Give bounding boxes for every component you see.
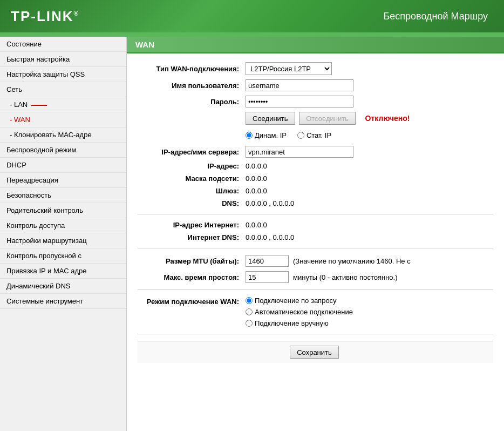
dns-label: DNS: — [138, 199, 246, 207]
sidebar-item-mac-clone[interactable]: - Клонировать МАС-адре — [0, 127, 126, 143]
internet-dns-value: 0.0.0.0 , 0.0.0.0 — [246, 233, 294, 241]
wan-mode-option1-label[interactable]: Подключение по запросу — [246, 297, 353, 305]
wan-mode-option3-text: Подключение вручную — [255, 319, 329, 327]
server-ip-input[interactable] — [246, 146, 353, 158]
sidebar-item-routing[interactable]: Настройки маршрутизац — [0, 233, 126, 248]
internet-dns-row: Интернет DNS: 0.0.0.0 , 0.0.0.0 — [138, 233, 493, 241]
sidebar-item-ip-mac[interactable]: Привязка IP и МАС адре — [0, 264, 126, 279]
disconnect-button[interactable]: Отсоединить — [299, 112, 356, 125]
username-label: Имя пользователя: — [138, 82, 246, 90]
wan-mode-radio-1[interactable] — [246, 297, 253, 304]
sidebar-item-security[interactable]: Безопасность — [0, 188, 126, 203]
wan-mode-option2-label[interactable]: Автоматическое подключение — [246, 308, 353, 316]
mtu-input[interactable] — [246, 255, 289, 267]
idle-label: Макс. время простоя: — [138, 273, 246, 281]
sidebar-item-dyndns[interactable]: Динамический DNS — [0, 279, 126, 294]
wan-form: Тип WAN-подключения: L2TP/Россия L2TP Им… — [127, 53, 504, 372]
wan-type-label: Тип WAN-подключения: — [138, 65, 246, 73]
wan-mode-label: Режим подключение WAN: — [138, 297, 246, 306]
connect-buttons: Соединить Отсоединить Отключено! — [246, 112, 410, 125]
username-input[interactable] — [246, 79, 353, 91]
internet-ip-value: 0.0.0.0 — [246, 221, 267, 229]
save-bar: Сохранить — [138, 341, 493, 363]
idle-hint: минуты (0 - активно постоянно.) — [293, 273, 397, 281]
sidebar-item-access[interactable]: Контроль доступа — [0, 218, 126, 233]
sidebar-item-bandwidth[interactable]: Контроль пропускной с — [0, 248, 126, 264]
wan-mode-radio-2[interactable] — [246, 308, 253, 315]
gateway-row: Шлюз: 0.0.0.0 — [138, 187, 493, 195]
username-row: Имя пользователя: — [138, 79, 493, 91]
connect-buttons-row: Соединить Отсоединить Отключено! — [138, 112, 493, 125]
sidebar-item-system[interactable]: Системные инструмент — [0, 294, 126, 309]
ip-address-value: 0.0.0.0 — [246, 162, 267, 170]
logo: TP-LINK® — [11, 8, 79, 25]
gateway-label: Шлюз: — [138, 187, 246, 195]
header: TP-LINK® Беспроводной Маршру — [0, 0, 504, 32]
static-ip-radio-label[interactable]: Стат. IP — [297, 131, 331, 139]
gateway-value: 0.0.0.0 — [246, 187, 267, 195]
dynamic-ip-text: Динам. IP — [255, 131, 287, 139]
wan-type-row: Тип WAN-подключения: L2TP/Россия L2TP — [138, 62, 493, 75]
username-value — [246, 79, 353, 91]
internet-ip-row: IP-адрес Интернет: 0.0.0.0 — [138, 221, 493, 229]
wan-mode-options: Подключение по запросу Автоматическое по… — [246, 297, 353, 327]
dynamic-ip-radio[interactable] — [246, 132, 253, 139]
sidebar-item-wireless[interactable]: Беспроводной режим — [0, 143, 126, 158]
server-ip-row: IP-адрес/имя сервера: — [138, 146, 493, 158]
page-title: WAN — [127, 37, 504, 53]
idle-input[interactable] — [246, 271, 289, 283]
sidebar-item-qss[interactable]: Настройка защиты QSS — [0, 67, 126, 82]
mtu-row: Размер MTU (байты): (Значение по умолчан… — [138, 255, 493, 267]
sidebar: Состояние Быстрая настройка Настройка за… — [0, 37, 127, 431]
static-ip-radio[interactable] — [297, 132, 304, 139]
wan-mode-option1-text: Подключение по запросу — [255, 297, 337, 305]
sidebar-item-network[interactable]: Сеть — [0, 82, 126, 97]
internet-dns-label: Интернет DNS: — [138, 233, 246, 241]
ip-type-row: Динам. IP Стат. IP — [138, 129, 493, 142]
wan-mode-radio-3[interactable] — [246, 320, 253, 327]
sidebar-item-quick-setup[interactable]: Быстрая настройка — [0, 52, 126, 67]
divider-1 — [138, 214, 493, 214]
static-ip-text: Стат. IP — [307, 131, 331, 139]
dynamic-ip-radio-label[interactable]: Динам. IP — [246, 131, 287, 139]
sidebar-item-parental[interactable]: Родительский контроль — [0, 203, 126, 218]
wan-type-select[interactable]: L2TP/Россия L2TP — [246, 62, 332, 75]
subnet-label: Маска подсети: — [138, 174, 246, 183]
nav-bar — [0, 32, 504, 37]
header-title: Беспроводной Маршру — [383, 11, 493, 22]
mtu-hint: (Значение по умолчанию 1460. Не с — [293, 257, 411, 265]
main-layout: Состояние Быстрая настройка Настройка за… — [0, 37, 504, 431]
idle-row: Макс. время простоя: минуты (0 - активно… — [138, 271, 493, 283]
sidebar-item-lan[interactable]: - LAN — [0, 97, 126, 112]
divider-2 — [138, 248, 493, 248]
wan-mode-option2-text: Автоматическое подключение — [255, 308, 353, 316]
wan-type-value: L2TP/Россия L2TP — [246, 62, 332, 75]
content-area: WAN Тип WAN-подключения: L2TP/Россия L2T… — [127, 37, 504, 431]
sidebar-item-status[interactable]: Состояние — [0, 37, 126, 52]
password-value — [246, 96, 353, 107]
subnet-row: Маска подсети: 0.0.0.0 — [138, 174, 493, 183]
password-input[interactable] — [246, 96, 353, 107]
mtu-value: (Значение по умолчанию 1460. Не с — [246, 255, 411, 267]
wan-mode-option3-label[interactable]: Подключение вручную — [246, 319, 353, 327]
connect-button[interactable]: Соединить — [246, 112, 295, 125]
ip-address-label: IP-адрес: — [138, 162, 246, 170]
save-button[interactable]: Сохранить — [290, 346, 339, 359]
server-ip-label: IP-адрес/имя сервера: — [138, 148, 246, 156]
server-ip-value — [246, 146, 353, 158]
ip-address-row: IP-адрес: 0.0.0.0 — [138, 162, 493, 170]
subnet-value: 0.0.0.0 — [246, 174, 267, 183]
password-row: Пароль: — [138, 96, 493, 107]
sidebar-item-forwarding[interactable]: Переадресация — [0, 173, 126, 188]
connection-status: Отключено! — [365, 114, 410, 123]
wan-mode-row: Режим подключение WAN: Подключение по за… — [138, 297, 493, 327]
sidebar-item-wan[interactable]: - WAN — [0, 112, 126, 127]
mtu-label: Размер MTU (байты): — [138, 257, 246, 265]
ip-type-options: Динам. IP Стат. IP — [246, 131, 331, 139]
password-label: Пароль: — [138, 98, 246, 106]
internet-ip-label: IP-адрес Интернет: — [138, 221, 246, 229]
idle-value: минуты (0 - активно постоянно.) — [246, 271, 397, 283]
divider-4 — [138, 334, 493, 334]
dns-row: DNS: 0.0.0.0 , 0.0.0.0 — [138, 199, 493, 207]
sidebar-item-dhcp[interactable]: DHCP — [0, 158, 126, 173]
